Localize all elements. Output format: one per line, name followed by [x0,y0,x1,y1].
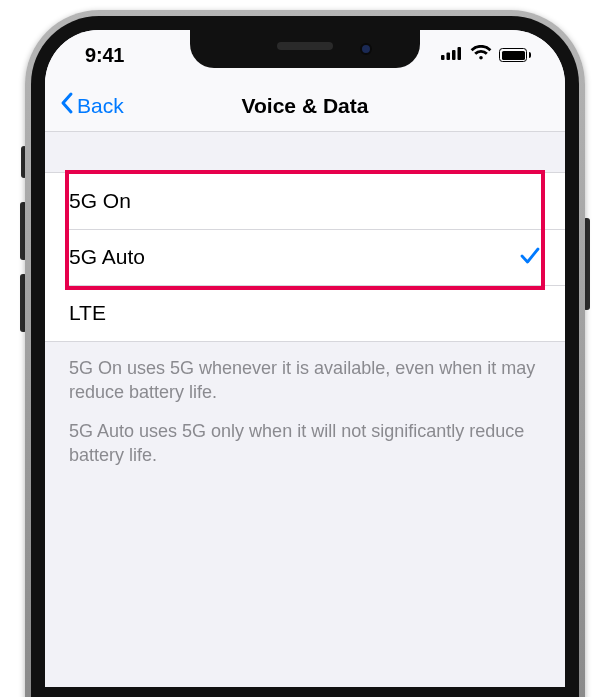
battery-icon [499,48,531,62]
front-camera [360,43,372,55]
nav-bar: Back Voice & Data [45,80,565,132]
option-label: 5G On [69,189,131,213]
status-time: 9:41 [85,44,124,67]
svg-rect-0 [441,55,445,60]
page-title: Voice & Data [242,94,369,118]
svg-rect-1 [447,53,451,61]
option-5g-auto[interactable]: 5G Auto [45,229,565,285]
back-label: Back [77,94,124,118]
svg-rect-2 [452,50,456,60]
notch [190,30,420,68]
status-icons [441,45,531,65]
footer-description: 5G On uses 5G whenever it is available, … [45,342,565,481]
checkmark-icon [519,244,541,271]
options-list: 5G On 5G Auto LTE [45,172,565,342]
cellular-icon [441,46,463,64]
back-button[interactable]: Back [59,91,124,120]
wifi-icon [470,45,492,65]
option-label: 5G Auto [69,245,145,269]
footer-line-2: 5G Auto uses 5G only when it will not si… [69,419,541,468]
option-label: LTE [69,301,106,325]
device-frame: 9:41 [25,10,585,697]
svg-rect-3 [458,47,462,60]
screen: 9:41 [45,30,565,687]
option-lte[interactable]: LTE [45,285,565,341]
speaker-grille [277,42,333,50]
footer-line-1: 5G On uses 5G whenever it is available, … [69,356,541,405]
chevron-left-icon [59,91,75,120]
option-5g-on[interactable]: 5G On [45,173,565,229]
